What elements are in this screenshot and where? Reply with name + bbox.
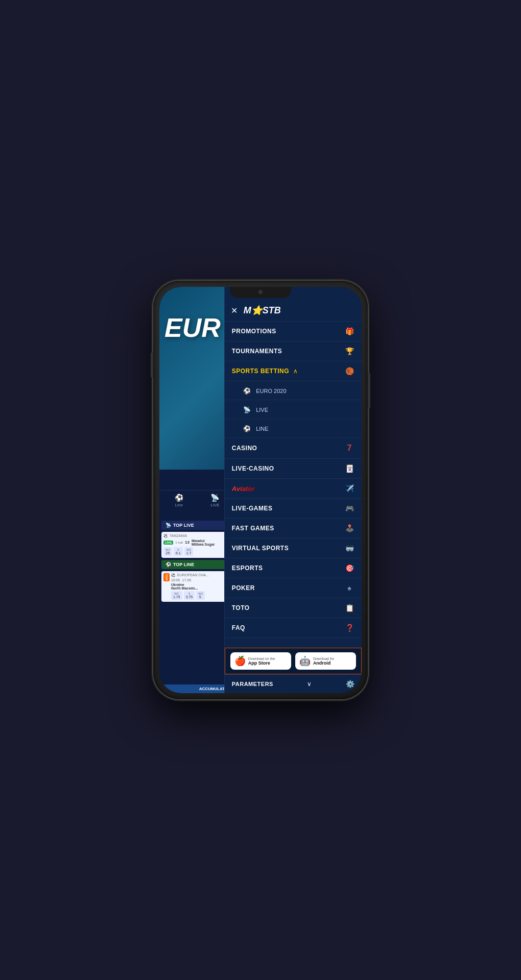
ios-small-text: Download on the <box>248 657 275 660</box>
phone-frame: EUR ⚽ Line 📡 LIVE 7️⃣ Casino <box>153 281 368 699</box>
match-score: 13 <box>185 540 190 545</box>
android-download-text: Download for Android <box>313 657 334 666</box>
casino-label: CASINO <box>232 445 257 452</box>
menu-item-sports-betting[interactable]: SPORTS BETTING ∧ 🏀 <box>225 361 362 381</box>
menu-item-aviator[interactable]: Aviator ✈️ <box>225 479 362 499</box>
logo: M⭐STB <box>244 305 281 316</box>
apple-icon: 🍎 <box>234 655 246 667</box>
top-odd-x-value: 3.75 <box>186 595 193 599</box>
odd-x[interactable]: X 6.1 <box>174 547 183 556</box>
expand-chevron-icon: ∧ <box>293 368 298 375</box>
promotions-icon: 🎁 <box>344 327 354 335</box>
top-odd-w1[interactable]: W1 1.75 <box>171 591 182 600</box>
hero-text: EUR <box>164 312 221 343</box>
top-odd-w2-value: 5. <box>198 595 203 599</box>
menu-item-poker[interactable]: POKER ♠️ <box>225 578 362 598</box>
live-icon: 📡 <box>210 494 219 502</box>
menu-item-line[interactable]: ⚽ LINE <box>225 419 362 438</box>
menu-item-live-games[interactable]: LIVE-GAMES 🎮 <box>225 499 362 519</box>
menu-item-live[interactable]: 📡 LIVE <box>225 400 362 419</box>
menu-item-promotions[interactable]: PROMOTIONS 🎁 <box>225 322 362 341</box>
line-icon: ⚽ <box>175 494 183 502</box>
aviator-label: Aviator <box>232 485 255 493</box>
ios-big-text: App Store <box>248 660 275 666</box>
tournaments-label: TOURNAMENTS <box>232 348 282 355</box>
live-badge: LIVE <box>163 541 173 545</box>
top-league-name: EUROPEAN CHA... <box>177 573 209 577</box>
tournaments-icon: 🏆 <box>344 347 354 355</box>
euro-icon: ⚽ <box>243 387 251 395</box>
odd-w1-value: 25 <box>165 551 170 555</box>
phone-screen: EUR ⚽ Line 📡 LIVE 7️⃣ Casino <box>159 287 362 693</box>
sports-betting-icon: 🏀 <box>344 367 354 375</box>
fast-games-label: FAST GAMES <box>232 525 274 532</box>
match-teams: Mwadui Mtibwa Sugar <box>192 539 215 546</box>
side-menu: ✕ M⭐STB PROMOTIONS 🎁 <box>224 287 362 693</box>
esports-icon: 🎯 <box>344 564 354 572</box>
live-label: LIVE <box>256 407 268 413</box>
close-button[interactable]: ✕ <box>231 306 238 315</box>
download-android-button[interactable]: 🤖 Download for Android <box>295 652 356 670</box>
odd-x-value: 6.1 <box>176 551 181 555</box>
top-team1: Ukraine <box>171 583 184 586</box>
toto-icon: 📋 <box>344 604 354 612</box>
odd-w2-value: 1.7 <box>186 551 192 555</box>
live-casino-label: LIVE-CASINO <box>232 465 274 472</box>
live-section-icon: 📡 <box>165 523 171 528</box>
parameters-label: PARAMETERS <box>232 681 273 687</box>
menu-item-tournaments[interactable]: TOURNAMENTS 🏆 <box>225 341 362 361</box>
aviator-icon: ✈️ <box>344 484 354 493</box>
menu-item-euro2020[interactable]: ⚽ EURO 2020 <box>225 381 362 400</box>
menu-item-casino[interactable]: CASINO 7 <box>225 438 362 459</box>
top-odd-x[interactable]: X 3.75 <box>184 591 195 600</box>
android-big-text: Android <box>313 660 334 666</box>
promotions-label: PROMOTIONS <box>232 328 276 335</box>
tab-live-label: LIVE <box>210 503 219 507</box>
match-date: 17.06 <box>182 578 192 582</box>
faq-icon: ❓ <box>344 624 354 632</box>
toto-label: TOTO <box>232 604 250 611</box>
screen: EUR ⚽ Line 📡 LIVE 7️⃣ Casino <box>159 287 362 693</box>
virtual-sports-icon: 🥽 <box>344 544 354 552</box>
top-team2: North Macedo... <box>171 586 198 590</box>
line-label: LINE <box>256 426 268 432</box>
parameters-chevron-icon: ∨ <box>307 680 312 688</box>
tab-line[interactable]: ⚽ Line <box>161 494 197 507</box>
poker-label: POKER <box>232 584 255 592</box>
menu-footer[interactable]: PARAMETERS ∨ ⚙️ <box>225 674 362 693</box>
match-time: 16:00 <box>171 578 180 582</box>
logo-text: M⭐STB <box>244 305 281 316</box>
league-icon: ⚽ <box>163 534 168 538</box>
download-ios-button[interactable]: 🍎 Download on the App Store <box>230 652 291 670</box>
line-sub-icon: ⚽ <box>243 425 251 432</box>
parameters-settings-icon: ⚙️ <box>346 680 354 688</box>
menu-item-fast-games[interactable]: FAST GAMES 🕹️ <box>225 519 362 538</box>
sports-betting-label: SPORTS BETTING <box>232 368 289 375</box>
live-casino-icon: 🃏 <box>344 464 354 473</box>
casino-icon: 7 <box>344 444 354 453</box>
esports-label: ESPORTS <box>232 565 263 572</box>
live-games-icon: 🎮 <box>344 504 354 512</box>
menu-item-esports[interactable]: ESPORTS 🎯 <box>225 558 362 578</box>
menu-item-faq[interactable]: FAQ ❓ <box>225 618 362 638</box>
faq-label: FAQ <box>232 624 245 631</box>
live-games-label: LIVE-GAMES <box>232 505 273 512</box>
android-small-text: Download for <box>313 657 334 660</box>
android-icon: 🤖 <box>299 655 311 667</box>
menu-item-virtual-sports[interactable]: VIRTUAL SPORTS 🥽 <box>225 538 362 558</box>
top-odd-w2[interactable]: W2 5. <box>196 591 205 600</box>
tab-line-label: Line <box>175 503 183 507</box>
menu-items-list: PROMOTIONS 🎁 TOURNAMENTS 🏆 <box>225 322 362 648</box>
menu-item-toto[interactable]: TOTO 📋 <box>225 598 362 618</box>
odd-w2[interactable]: W2 1.7 <box>184 547 194 556</box>
league-name: TANZANIA <box>170 534 187 537</box>
phone-notch <box>230 287 291 298</box>
menu-item-live-casino[interactable]: LIVE-CASINO 🃏 <box>225 459 362 479</box>
poker-icon: ♠️ <box>344 584 354 592</box>
odd-w1[interactable]: W1 25 <box>163 547 172 556</box>
euro2020-label: EURO 2020 <box>256 388 286 394</box>
top-line-label: TOP LINE <box>173 562 194 567</box>
top-badge: TOP <box>163 573 170 581</box>
top-league-icon: ⚽ <box>171 573 176 577</box>
live-sub-icon: 📡 <box>243 406 251 413</box>
